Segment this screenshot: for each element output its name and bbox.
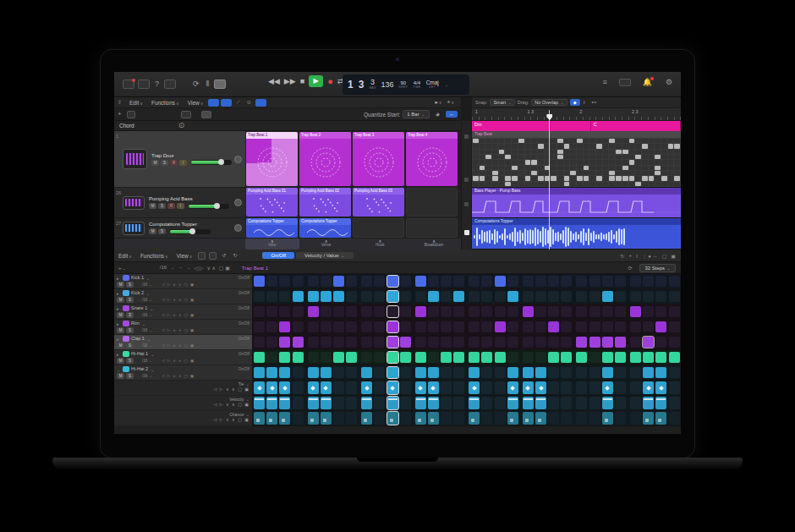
step-cell[interactable] [361, 291, 372, 302]
step-cell[interactable] [481, 337, 492, 348]
back-icon[interactable]: ⇧ [118, 100, 122, 105]
step-cell[interactable] [254, 352, 265, 363]
step-cell[interactable] [453, 367, 464, 378]
step-cell[interactable] [495, 397, 506, 409]
step-cell[interactable] [481, 367, 492, 378]
row-chevron-icon[interactable]: ⌄ [142, 321, 145, 326]
step-cell[interactable] [361, 381, 372, 394]
stop-all-cells-button[interactable] [464, 230, 469, 235]
pan-knob[interactable] [234, 199, 242, 206]
record-button[interactable]: ● [327, 76, 333, 86]
seq-zoom-slider[interactable]: ⋮ ● ↔ [642, 253, 658, 259]
step-cell[interactable] [400, 352, 411, 363]
step-cell[interactable] [333, 397, 344, 409]
step-cell[interactable] [308, 276, 319, 287]
step-cell[interactable] [469, 306, 480, 317]
step-cell[interactable] [279, 306, 290, 317]
step-cell[interactable] [495, 412, 506, 425]
step-cell[interactable] [589, 412, 600, 425]
step-cell[interactable] [602, 276, 613, 287]
volume-knob[interactable] [218, 159, 224, 165]
seq-rotate-r-icon[interactable]: ↻ [233, 253, 237, 258]
step-cell[interactable] [548, 337, 559, 348]
step-cell[interactable] [643, 397, 654, 409]
step-cell[interactable] [615, 381, 626, 394]
step-cell[interactable] [615, 276, 626, 287]
cycle-tool-icon[interactable]: ⟳ [193, 80, 200, 88]
step-cell[interactable] [293, 306, 304, 317]
step-cell[interactable] [400, 337, 411, 348]
step-length-select[interactable]: 32 Steps ⌄ [639, 264, 676, 272]
add-track-button[interactable]: + [118, 111, 122, 118]
step-cell[interactable] [333, 381, 344, 394]
mute-button[interactable]: M [149, 228, 156, 234]
step-cell[interactable] [523, 412, 534, 425]
step-cell[interactable] [415, 337, 426, 348]
step-cell[interactable] [561, 291, 572, 302]
ibeam-icon[interactable]: Ⅰ [584, 100, 585, 105]
step-cell[interactable] [321, 291, 332, 302]
step-cell[interactable] [535, 291, 546, 302]
step-cell[interactable] [308, 367, 319, 378]
step-cell[interactable] [469, 352, 480, 363]
seq-row-header[interactable]: ⌄Hi-Hat 2⌄On/OffMS/16⌄ → ◁ ▷ ∨ ∧ ▢ ▣ [114, 365, 252, 381]
seq-add-row-button[interactable]: +⌄ [118, 266, 126, 271]
loop-cell[interactable]: Computations Topper [246, 218, 298, 238]
step-cell[interactable] [655, 276, 666, 287]
step-cell[interactable] [321, 306, 332, 317]
seq-row-header[interactable]: Tie ⌄◁ ▷ ∨ ∧ ▢ ▣ [114, 381, 252, 396]
step-cell[interactable] [415, 412, 426, 425]
step-cell[interactable] [453, 352, 464, 363]
seq-row-name[interactable]: Hi-Hat 1 [131, 351, 148, 357]
step-cell[interactable] [321, 337, 332, 348]
step-cell[interactable] [561, 397, 572, 409]
step-cell[interactable] [535, 352, 546, 363]
step-cell[interactable] [507, 291, 518, 302]
step-cell[interactable] [254, 381, 265, 394]
row-mute-button[interactable]: M [117, 312, 124, 318]
step-cell[interactable] [266, 306, 277, 317]
step-cell[interactable] [453, 412, 464, 425]
step-cell[interactable] [441, 306, 452, 317]
step-cell[interactable] [589, 381, 600, 394]
pan-knob[interactable] [234, 224, 242, 232]
step-cell[interactable] [254, 337, 265, 348]
play-button[interactable]: ▶ [309, 75, 323, 87]
step-cell[interactable] [481, 291, 492, 302]
row-chevron-icon[interactable]: ⌄ [146, 276, 150, 281]
step-cell[interactable] [481, 321, 492, 332]
step-cell[interactable] [630, 337, 641, 348]
row-step-controls[interactable]: ⌄ → ◁ ▷ ∨ ∧ ▢ ▣ [149, 282, 195, 287]
step-cell[interactable] [630, 291, 641, 302]
row-chevron-icon[interactable]: ⌄ [150, 306, 153, 311]
step-cell[interactable] [507, 276, 518, 287]
step-cell[interactable] [495, 291, 506, 302]
loop-cell[interactable]: Pumping Acid Bass 02 [299, 188, 351, 217]
step-cell[interactable] [669, 306, 680, 317]
seq-reset-icon[interactable]: ↻ [620, 253, 624, 259]
step-cell[interactable] [669, 412, 680, 425]
step-cell[interactable] [507, 412, 518, 425]
step-cell[interactable] [643, 321, 654, 332]
step-cell[interactable] [441, 381, 452, 394]
step-cell[interactable] [655, 381, 666, 394]
step-cell[interactable] [469, 337, 480, 348]
step-cell[interactable] [561, 321, 572, 332]
step-cell[interactable] [655, 321, 666, 332]
volume-slider[interactable] [189, 204, 229, 209]
step-cell[interactable] [428, 352, 439, 363]
loop-cell[interactable]: Trap Beat 1 [246, 132, 298, 186]
stop-button[interactable]: ■ [300, 77, 304, 85]
step-cell[interactable] [602, 381, 613, 394]
step-cell[interactable] [441, 367, 452, 378]
step-cell[interactable] [321, 352, 332, 363]
step-cell[interactable] [481, 381, 492, 394]
row-rate-select[interactable]: /16 [142, 328, 147, 332]
duplicate-icon[interactable] [127, 111, 135, 118]
seq-menu-edit[interactable]: Edit∨ [118, 253, 132, 259]
bar-ruler[interactable]: 11 322 3 [472, 108, 681, 121]
region-bass-player[interactable]: Bass Player - Pump Bass [472, 188, 681, 218]
step-cell[interactable] [630, 352, 641, 363]
step-cell[interactable] [266, 381, 277, 394]
step-cell[interactable] [655, 367, 666, 378]
